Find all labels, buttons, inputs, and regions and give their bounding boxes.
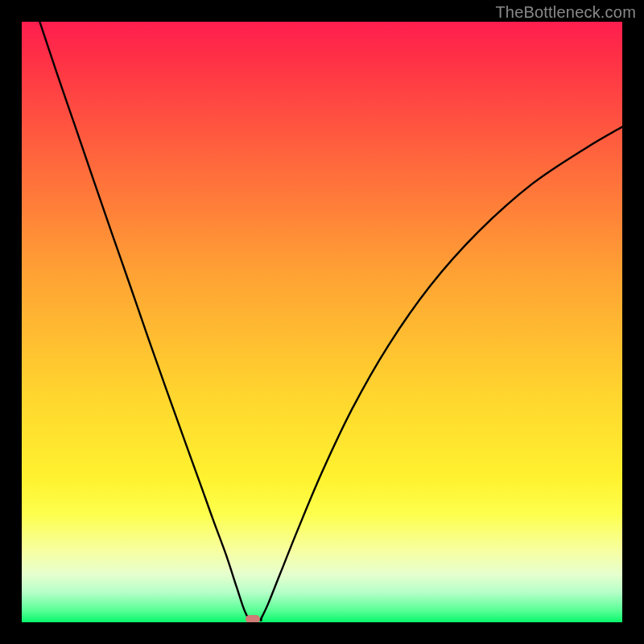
- optimum-marker: [246, 615, 260, 622]
- bottleneck-curve: [22, 22, 622, 622]
- plot-area: [22, 22, 622, 622]
- watermark-text: TheBottleneck.com: [495, 3, 636, 22]
- chart-frame: TheBottleneck.com: [0, 0, 644, 644]
